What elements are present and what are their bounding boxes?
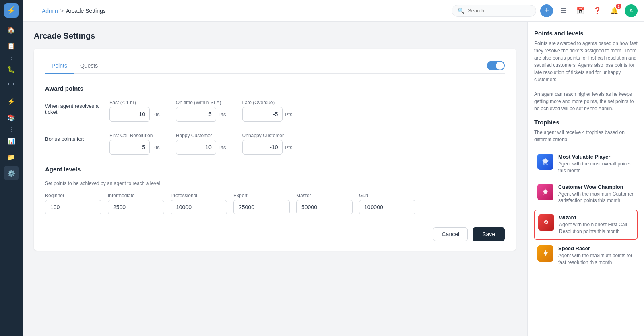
breadcrumb: Admin > Arcade Settings xyxy=(42,8,447,14)
notifications-icon[interactable]: 🔔 1 xyxy=(608,4,621,17)
resolve-points-row: When agent resolves a ticket: Fast (< 1 … xyxy=(45,100,505,122)
search-icon: 🔍 xyxy=(458,8,464,14)
calendar-icon[interactable]: 📅 xyxy=(574,4,587,17)
mvp-name: Most Valuable Player xyxy=(558,154,634,160)
ontime-input[interactable] xyxy=(176,107,216,122)
unhappy-input[interactable] xyxy=(242,140,283,155)
search-input[interactable] xyxy=(468,8,530,14)
beginner-input[interactable] xyxy=(45,200,101,214)
fast-label: Fast (< 1 hr) xyxy=(109,100,160,105)
fcr-pts: Pts xyxy=(152,144,160,150)
sidebar-item-bugs[interactable]: 🐛 xyxy=(4,62,19,76)
fcr-input-wrap: Pts xyxy=(109,140,160,155)
late-pts: Pts xyxy=(285,111,293,117)
happy-field: Happy Customer Pts xyxy=(176,133,226,155)
sidebar-toggle[interactable]: › xyxy=(29,7,37,15)
app-logo[interactable]: ⚡ xyxy=(4,3,19,18)
happy-input[interactable] xyxy=(176,140,216,155)
sidebar-item-tickets[interactable]: 📋 xyxy=(4,39,19,53)
sidebar-item-shield[interactable]: 🛡 xyxy=(4,78,19,93)
agent-levels-section: Agent levels Set points to be achieved b… xyxy=(45,166,505,214)
guru-label: Guru xyxy=(359,193,415,198)
professional-input[interactable] xyxy=(171,200,227,214)
late-input[interactable] xyxy=(242,107,283,122)
toggle-knob xyxy=(496,62,504,70)
intermediate-input[interactable] xyxy=(108,200,164,214)
search-box[interactable]: 🔍 xyxy=(452,5,536,17)
sidebar-item-layers[interactable]: 📚 xyxy=(4,110,19,125)
points-levels-desc: Points are awarded to agents based on ho… xyxy=(534,40,638,112)
avatar[interactable]: A xyxy=(625,4,638,17)
points-levels-title: Points and levels xyxy=(534,30,638,37)
save-button[interactable]: Save xyxy=(473,227,505,241)
topbar-right: 🔍 + ☰ 📅 ❓ 🔔 1 A xyxy=(452,4,638,17)
speed-icon xyxy=(537,245,553,262)
tab-points[interactable]: Points xyxy=(45,58,74,74)
breadcrumb-admin[interactable]: Admin xyxy=(42,8,58,14)
tab-quests[interactable]: Quests xyxy=(74,58,104,74)
ontime-input-wrap: Pts xyxy=(176,107,226,122)
sidebar-item-reports[interactable]: 📊 xyxy=(4,134,19,148)
fcr-input[interactable] xyxy=(109,140,150,155)
level-guru: Guru xyxy=(359,193,415,214)
sidebar-item-arcade[interactable]: ⚡ xyxy=(4,94,19,109)
master-input[interactable] xyxy=(296,200,353,214)
cwc-text: Customer Wow Champion Agent with the max… xyxy=(558,184,634,204)
bonus-points-row: Bonus points for: First Call Resolution … xyxy=(45,133,505,155)
bonus-fields: First Call Resolution Pts Happy Customer… xyxy=(109,133,505,155)
level-intermediate: Intermediate xyxy=(108,193,164,214)
agent-levels-subtitle: Set points to be achieved by an agent to… xyxy=(45,181,505,186)
speed-text: Speed Racer Agent with the maximum point… xyxy=(558,245,634,266)
topbar: › Admin > Arcade Settings 🔍 + ☰ 📅 ❓ 🔔 1 … xyxy=(23,0,644,22)
expert-input[interactable] xyxy=(233,200,290,214)
level-professional: Professional xyxy=(171,193,227,214)
late-label: Late (Overdue) xyxy=(242,100,293,105)
add-button[interactable]: + xyxy=(540,4,553,17)
sidebar-item-contacts[interactable]: 📁 xyxy=(4,150,19,164)
mvp-desc: Agent with the most overall points this … xyxy=(558,161,634,174)
resolve-fields: Fast (< 1 hr) Pts On time (Within SLA) P… xyxy=(109,100,505,122)
sidebar-dots-2: ⋮ xyxy=(9,126,14,132)
ontime-label: On time (Within SLA) xyxy=(176,100,226,105)
fast-field: Fast (< 1 hr) Pts xyxy=(109,100,160,122)
trophy-speed: Speed Racer Agent with the maximum point… xyxy=(534,241,638,270)
help-icon[interactable]: ❓ xyxy=(591,4,604,17)
trophy-cwc: Customer Wow Champion Agent with the max… xyxy=(534,180,638,208)
wizard-icon xyxy=(538,214,554,231)
expert-label: Expert xyxy=(233,193,290,198)
cancel-button[interactable]: Cancel xyxy=(433,227,468,241)
guru-input[interactable] xyxy=(359,200,415,214)
sidebar-item-home[interactable]: 🏠 xyxy=(4,23,19,37)
resolve-label: When agent resolves a ticket: xyxy=(45,100,109,115)
happy-label: Happy Customer xyxy=(176,133,226,138)
fast-input[interactable] xyxy=(109,107,150,122)
right-panel: Points and levels Points are awarded to … xyxy=(527,22,644,336)
fast-input-wrap: Pts xyxy=(109,107,160,122)
points-toggle[interactable] xyxy=(487,61,505,70)
unhappy-input-wrap: Pts xyxy=(242,140,293,155)
trophies-desc: The agent will receive 4 trophies based … xyxy=(534,129,638,143)
levels-grid: Beginner Intermediate Professional xyxy=(45,193,505,214)
list-icon[interactable]: ☰ xyxy=(557,4,570,17)
svg-point-0 xyxy=(543,190,547,194)
unhappy-pts: Pts xyxy=(285,144,293,150)
master-label: Master xyxy=(296,193,353,198)
settings-card: Points Quests Award points When agent re… xyxy=(34,49,516,251)
form-actions: Cancel Save xyxy=(45,227,505,241)
intermediate-label: Intermediate xyxy=(108,193,164,198)
sidebar: ⚡ 🏠 📋 ⋮ 🐛 🛡 ⚡ 📚 ⋮ 📊 📁 ⚙️ xyxy=(0,0,23,336)
notifications-badge: 1 xyxy=(616,4,621,9)
trophy-mvp: Most Valuable Player Agent with the most… xyxy=(534,150,638,178)
tabs-container: Points Quests xyxy=(45,58,505,74)
fcr-field: First Call Resolution Pts xyxy=(109,133,160,155)
fast-pts: Pts xyxy=(152,111,160,117)
sidebar-item-settings[interactable]: ⚙️ xyxy=(4,166,19,180)
speed-desc: Agent with the maximum points for fast r… xyxy=(558,252,634,266)
page-content: Arcade Settings Points Quests Award poin… xyxy=(23,22,527,336)
professional-label: Professional xyxy=(171,193,227,198)
mvp-icon xyxy=(537,154,553,170)
trophies-title: Trophies xyxy=(534,119,638,126)
speed-name: Speed Racer xyxy=(558,245,634,251)
ontime-field: On time (Within SLA) Pts xyxy=(176,100,226,122)
cwc-icon xyxy=(537,184,553,200)
